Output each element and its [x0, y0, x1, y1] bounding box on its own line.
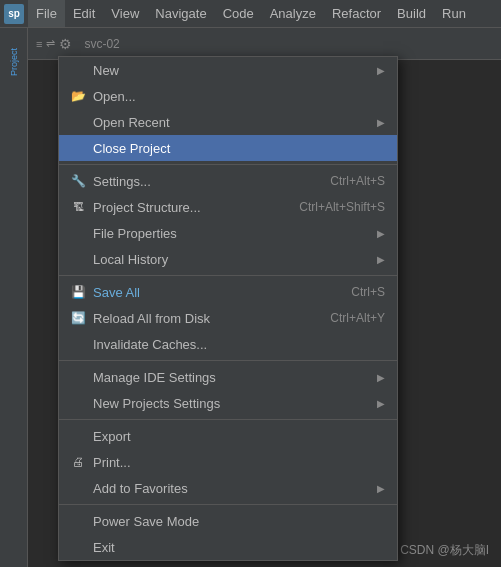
menu-item-project-structure[interactable]: 🏗 Project Structure... Ctrl+Alt+Shift+S	[59, 194, 397, 220]
new-projects-settings-arrow-icon: ▶	[377, 398, 385, 409]
toolbar-label: svc-02	[84, 37, 119, 51]
menu-code[interactable]: Code	[215, 0, 262, 27]
menu-item-reload[interactable]: 🔄 Reload All from Disk Ctrl+Alt+Y	[59, 305, 397, 331]
open-icon: 📂	[69, 87, 87, 105]
separator-3	[59, 360, 397, 361]
save-all-icon: 💾	[69, 283, 87, 301]
menu-item-file-properties[interactable]: File Properties ▶	[59, 220, 397, 246]
close-project-icon	[69, 139, 87, 157]
new-arrow-icon: ▶	[377, 65, 385, 76]
local-history-arrow-icon: ▶	[377, 254, 385, 265]
open-recent-arrow-icon: ▶	[377, 117, 385, 128]
file-properties-arrow-icon: ▶	[377, 228, 385, 239]
manage-ide-arrow-icon: ▶	[377, 372, 385, 383]
menu-item-exit[interactable]: Exit	[59, 534, 397, 560]
add-favorites-icon	[69, 479, 87, 497]
sidebar-tab-project[interactable]: Project	[2, 32, 26, 92]
menu-file[interactable]: File	[28, 0, 65, 27]
invalidate-icon	[69, 335, 87, 353]
menu-run[interactable]: Run	[434, 0, 474, 27]
add-favorites-arrow-icon: ▶	[377, 483, 385, 494]
menubar: sp File Edit View Navigate Code Analyze …	[0, 0, 501, 28]
separator-1	[59, 164, 397, 165]
menu-item-save-all[interactable]: 💾 Save All Ctrl+S	[59, 279, 397, 305]
watermark: CSDN @杨大脑I	[400, 542, 489, 559]
main-area: Project ≡ ⇌ ⚙ svc-02 New ▶ 📂 Open...	[0, 28, 501, 567]
menu-item-new[interactable]: New ▶	[59, 57, 397, 83]
menu-refactor[interactable]: Refactor	[324, 0, 389, 27]
menu-item-new-projects-settings[interactable]: New Projects Settings ▶	[59, 390, 397, 416]
toolbar-icon-2: ⇌	[46, 37, 55, 50]
menu-navigate[interactable]: Navigate	[147, 0, 214, 27]
manage-ide-icon	[69, 368, 87, 386]
print-icon: 🖨	[69, 453, 87, 471]
menu-item-local-history[interactable]: Local History ▶	[59, 246, 397, 272]
menu-analyze[interactable]: Analyze	[262, 0, 324, 27]
file-properties-icon	[69, 224, 87, 242]
menu-view[interactable]: View	[103, 0, 147, 27]
project-structure-icon: 🏗	[69, 198, 87, 216]
separator-2	[59, 275, 397, 276]
local-history-icon	[69, 250, 87, 268]
save-all-shortcut: Ctrl+S	[351, 285, 385, 299]
menu-item-export[interactable]: Export	[59, 423, 397, 449]
menu-edit[interactable]: Edit	[65, 0, 103, 27]
menu-item-open-recent[interactable]: Open Recent ▶	[59, 109, 397, 135]
project-structure-shortcut: Ctrl+Alt+Shift+S	[299, 200, 385, 214]
file-dropdown-menu: New ▶ 📂 Open... Open Recent ▶ Close Proj…	[58, 56, 398, 561]
app-icon: sp	[4, 4, 24, 24]
reload-icon: 🔄	[69, 309, 87, 327]
new-icon	[69, 61, 87, 79]
content-area: ≡ ⇌ ⚙ svc-02 New ▶ 📂 Open... Open Recent	[28, 28, 501, 567]
menu-item-manage-ide[interactable]: Manage IDE Settings ▶	[59, 364, 397, 390]
separator-4	[59, 419, 397, 420]
menu-item-close-project[interactable]: Close Project	[59, 135, 397, 161]
settings-shortcut: Ctrl+Alt+S	[330, 174, 385, 188]
menu-item-add-favorites[interactable]: Add to Favorites ▶	[59, 475, 397, 501]
menu-item-invalidate[interactable]: Invalidate Caches...	[59, 331, 397, 357]
settings-icon: 🔧	[69, 172, 87, 190]
menu-item-print[interactable]: 🖨 Print...	[59, 449, 397, 475]
reload-shortcut: Ctrl+Alt+Y	[330, 311, 385, 325]
menu-item-power-save[interactable]: Power Save Mode	[59, 508, 397, 534]
toolbar-gear-icon: ⚙	[59, 36, 72, 52]
exit-icon	[69, 538, 87, 556]
new-projects-settings-icon	[69, 394, 87, 412]
menu-item-settings[interactable]: 🔧 Settings... Ctrl+Alt+S	[59, 168, 397, 194]
export-icon	[69, 427, 87, 445]
toolbar-icon-1: ≡	[36, 38, 42, 50]
menu-item-open[interactable]: 📂 Open...	[59, 83, 397, 109]
open-recent-icon	[69, 113, 87, 131]
menu-build[interactable]: Build	[389, 0, 434, 27]
separator-5	[59, 504, 397, 505]
sidebar: Project	[0, 28, 28, 567]
power-save-icon	[69, 512, 87, 530]
